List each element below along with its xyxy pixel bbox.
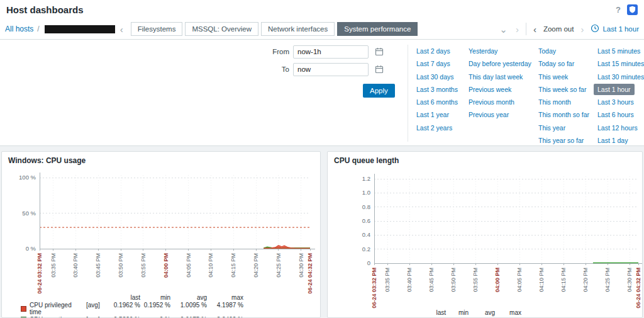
extension-shield-icon[interactable] [627,4,638,15]
time-link-last-15-minutes[interactable]: Last 15 minutes [597,60,644,67]
page-title: Host dashboards [6,4,84,15]
svg-text:04:30 PM: 04:30 PM [298,253,304,278]
widget-cpu-queue: CPU queue length 00.20.40.60.81.01.206-2… [327,151,643,318]
svg-text:04:10 PM: 04:10 PM [208,253,214,278]
breadcrumb-all-hosts[interactable]: All hosts [5,25,33,33]
svg-text:06-24 04:32 PM: 06-24 04:32 PM [635,268,641,309]
tab-network-interfaces[interactable]: Network interfaces [261,22,335,36]
time-link-last-6-months[interactable]: Last 6 months [416,98,458,106]
legend-header: max [497,309,524,317]
cpu-usage-legend: lastminavgmaxCPU privileged time[avg]0.1… [19,294,320,318]
svg-text:06-24 04:32 PM: 06-24 04:32 PM [307,253,313,293]
svg-text:0.4: 0.4 [362,231,370,238]
svg-text:0.8: 0.8 [362,203,370,210]
header-actions: ? [616,4,638,15]
widget-cpu-usage: Windows: CPU usage 0 %50 %100 %06-24 03:… [1,151,321,318]
time-link-this-week-so-far[interactable]: This week so far [538,86,586,93]
dashboard-nav-row: All hosts / ‹ FilesystemsMSSQL: Overview… [0,19,644,39]
next-dashboard-icon[interactable]: › [514,25,520,34]
time-link-last-2-years[interactable]: Last 2 years [416,124,452,132]
svg-text:04:20 PM: 04:20 PM [582,268,589,292]
legend-header: last [422,309,448,317]
host-name-redacted[interactable] [45,25,115,33]
time-link-last-2-days[interactable]: Last 2 days [416,47,450,55]
svg-text:03:55 PM: 03:55 PM [140,253,147,278]
time-link-last-3-months[interactable]: Last 3 months [416,86,458,93]
svg-text:04:15 PM: 04:15 PM [560,268,567,292]
to-calendar-icon[interactable] [372,62,386,76]
time-link-this-year[interactable]: This year [538,124,565,132]
time-filter-panel: From To Apply Last 2 daysLast 7 daysLast… [0,39,644,146]
time-link-previous-year[interactable]: Previous year [469,111,509,118]
svg-text:1.0: 1.0 [362,189,370,196]
tab-bar: FilesystemsMSSQL: OverviewNetwork interf… [131,22,418,36]
time-link-this-day-last-week[interactable]: This day last week [469,73,523,81]
zoom-out-button[interactable]: Zoom out [543,25,574,33]
tab-mssql-overview[interactable]: MSSQL: Overview [185,22,258,36]
time-link-last-12-hours[interactable]: Last 12 hours [597,124,638,132]
time-link-this-week[interactable]: This week [538,73,568,81]
svg-text:04:00 PM: 04:00 PM [163,253,169,278]
from-label: From [264,48,289,55]
time-link-last-1-hour[interactable]: Last 1 hour [594,84,635,95]
tab-system-performance[interactable]: System performance [337,22,418,36]
dashboard-grid: Windows: CPU usage 0 %50 %100 %06-24 03:… [0,146,644,318]
legend-series-name: CPU user time [30,316,85,318]
time-link-this-month-so-far[interactable]: This month so far [538,111,589,118]
svg-text:04:15 PM: 04:15 PM [230,253,236,278]
time-link-yesterday[interactable]: Yesterday [469,47,497,55]
svg-text:04:25 PM: 04:25 PM [604,268,611,292]
graph-legend-grid: lastminavgmaxCPU privileged time[avg]0.1… [19,294,320,318]
from-calendar-icon[interactable] [372,45,386,59]
to-input[interactable] [293,63,369,76]
time-link-last-7-days[interactable]: Last 7 days [416,60,450,67]
legend-header: avg [471,309,497,317]
widget-title: Windows: CPU usage [2,152,320,166]
time-link-this-year-so-far[interactable]: This year so far [538,137,584,144]
svg-text:03:45 PM: 03:45 PM [95,253,101,278]
svg-text:0 %: 0 % [26,245,36,252]
time-link-last-6-hours[interactable]: Last 6 hours [597,111,634,118]
tab-filesystems[interactable]: Filesystems [131,22,183,36]
time-link-this-month[interactable]: This month [538,98,571,106]
time-link-previous-month[interactable]: Previous month [469,98,514,106]
svg-text:04:30 PM: 04:30 PM [626,268,633,292]
from-input[interactable] [293,45,369,59]
time-link-previous-week[interactable]: Previous week [469,86,511,93]
time-link-today[interactable]: Today [538,47,556,55]
graph-legend-grid: lastminavgmaxCPU queue length[all]0000 [335,309,642,318]
legend-last: 0.1962 % [108,302,143,316]
time-range-toggle[interactable]: Last 1 hour [591,24,639,34]
legend-last: 0.5826 % [108,316,143,318]
graph-canvas[interactable]: 0 %50 %100 %06-24 03:32 PM03:35 PM03:40 … [3,166,318,293]
svg-text:03:40 PM: 03:40 PM [72,253,79,278]
help-icon[interactable]: ? [616,5,621,14]
svg-text:03:35 PM: 03:35 PM [50,253,57,278]
nav-right-controls: ⌄ › ‹ Zoom out › Last 1 hour [498,23,639,35]
svg-text:06-24 03:32 PM: 06-24 03:32 PM [36,253,43,293]
apply-button[interactable]: Apply [363,84,395,98]
time-links-col-1: Last 2 daysLast 7 daysLast 30 daysLast 3… [416,45,458,134]
time-links-col-4: Last 5 minutesLast 15 minutesLast 30 min… [597,45,644,147]
time-link-last-30-minutes[interactable]: Last 30 minutes [597,73,644,81]
legend-header: last [108,294,143,302]
graph-canvas[interactable]: 00.20.40.60.81.01.206-24 03:32 PM03:35 P… [329,166,643,309]
dashboard-list-toggle-icon[interactable]: ⌄ [498,25,509,34]
svg-text:04:25 PM: 04:25 PM [275,253,282,278]
time-link-day-before-yesterday[interactable]: Day before yesterday [469,60,531,67]
time-link-last-3-hours[interactable]: Last 3 hours [597,98,634,106]
svg-text:04:10 PM: 04:10 PM [538,268,545,292]
svg-text:03:45 PM: 03:45 PM [428,268,435,292]
tabs-scroll-left-icon[interactable]: ‹ [119,25,125,34]
time-link-last-5-minutes[interactable]: Last 5 minutes [597,47,640,55]
time-link-last-1-year[interactable]: Last 1 year [416,111,449,118]
breadcrumb-separator: / [37,25,39,33]
cpu-queue-legend: lastminavgmaxCPU queue length[all]0000 [335,309,642,318]
time-link-last-30-days[interactable]: Last 30 days [416,73,454,81]
clock-icon [591,24,599,34]
svg-text:06-24 03:32 PM: 06-24 03:32 PM [371,268,377,309]
time-forward-icon[interactable]: › [579,25,585,34]
time-link-today-so-far[interactable]: Today so far [538,60,574,67]
time-link-last-1-day[interactable]: Last 1 day [597,137,628,144]
time-back-icon[interactable]: ‹ [532,25,538,34]
